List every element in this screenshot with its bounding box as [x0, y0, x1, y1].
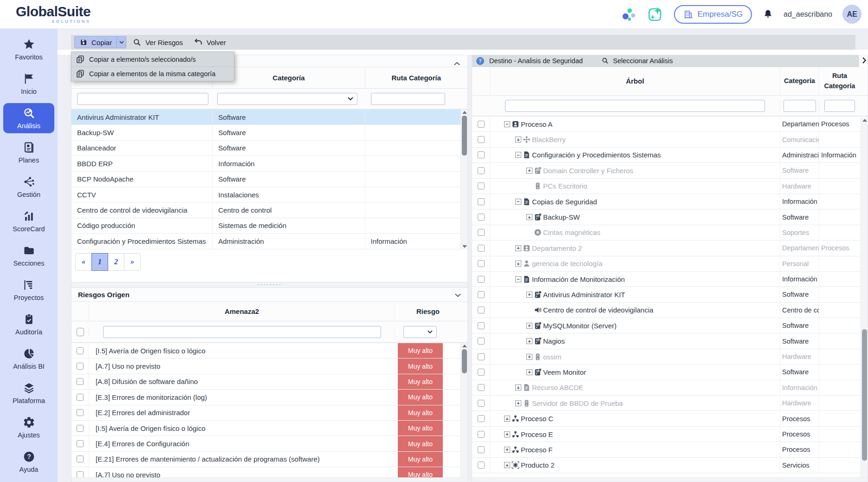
tree-row[interactable]: +Proceso FProcesos — [472, 442, 868, 457]
horizontal-scrollbar-track[interactable] — [71, 477, 467, 482]
tree-expander-plus-icon[interactable]: + — [515, 400, 521, 406]
tree-expander-minus-icon[interactable]: − — [515, 152, 521, 158]
row-checkbox[interactable] — [478, 182, 485, 189]
tree-expander-plus-icon[interactable]: + — [526, 338, 532, 344]
column-header-category-path[interactable]: Ruta Categoría — [365, 67, 467, 88]
apps-cluster-icon[interactable] — [620, 6, 637, 23]
riesgos-scrollbar[interactable] — [460, 343, 467, 482]
tree-expander-plus-icon[interactable]: + — [515, 245, 521, 251]
table-row[interactable]: BalanceadorSoftware — [71, 141, 467, 156]
tree-expander-plus-icon[interactable]: + — [526, 354, 532, 360]
row-checkbox[interactable] — [478, 260, 485, 267]
tree-row[interactable]: Cintas magnéticasSoportes — [472, 225, 868, 241]
column-header-category[interactable]: Categoría — [213, 67, 365, 88]
riesgo-filter-select[interactable] — [403, 326, 437, 338]
table-row[interactable]: Configuración y Procedimientos SistemasA… — [71, 234, 467, 249]
category-path-filter-input[interactable] — [371, 93, 445, 105]
pagination-next-button[interactable]: » — [124, 253, 141, 271]
table-row[interactable]: Código producciónSistemas de medición — [71, 218, 467, 234]
row-checkbox[interactable] — [478, 167, 485, 174]
column-header-riesgo[interactable]: Riesgo — [395, 302, 461, 321]
tree-row[interactable]: +Backup-SWSoftware — [472, 209, 868, 225]
riesgo-row[interactable]: [I.5] Avería de Origen físico o lógicoMu… — [71, 421, 467, 436]
username-label[interactable]: ad_aescribano — [784, 10, 832, 19]
table-row[interactable]: Centro de control de videovigilanciaCent… — [71, 202, 467, 218]
tree-row[interactable]: +MySQLMonitor (Server)Software — [472, 318, 868, 333]
sidebar-item-ayuda[interactable]: ?Ayuda — [3, 447, 54, 477]
row-checkbox[interactable] — [478, 276, 485, 283]
tree-row[interactable]: −Proceso ADepartamentoProcesos — [472, 117, 868, 132]
sidebar-item-gesti-n[interactable]: Gestión — [3, 172, 54, 202]
table-row[interactable]: CCTVInstalaciones — [71, 187, 467, 202]
row-checkbox[interactable] — [77, 378, 84, 385]
tree-expander-plus-icon[interactable]: + — [504, 431, 510, 437]
user-avatar[interactable]: AE — [842, 5, 862, 24]
tree-category-filter-input[interactable] — [784, 100, 816, 112]
sidebar-item-scorecard[interactable]: ScoreCard — [3, 206, 54, 236]
column-header-category[interactable]: Categoría — [780, 67, 819, 95]
tree-scrollbar[interactable] — [861, 117, 868, 482]
row-checkbox[interactable] — [478, 151, 485, 158]
sidebar-item-inicio[interactable]: Inicio — [3, 69, 54, 99]
row-checkbox[interactable] — [478, 136, 485, 143]
scrollbar-thumb[interactable] — [462, 116, 467, 156]
copy-button[interactable]: Copiar — [74, 36, 126, 48]
tree-expander-plus-icon[interactable]: + — [515, 384, 521, 391]
tree-row[interactable]: +Antivirus Administrator KITSoftware — [472, 287, 868, 302]
ai-sparkle-icon[interactable] — [647, 6, 664, 23]
category-filter-select[interactable] — [217, 93, 357, 105]
tree-expander-plus-icon[interactable]: + — [515, 137, 521, 143]
tree-row[interactable]: +gerencia de tecnologíaPersonal — [472, 256, 868, 272]
select-analysis-button[interactable]: Seleccionar Análisis — [602, 57, 673, 65]
amenaza-filter-input[interactable] — [103, 326, 381, 338]
row-checkbox[interactable] — [478, 229, 485, 236]
row-checkbox[interactable] — [478, 400, 485, 407]
pagination-page-button[interactable]: 2 — [108, 253, 124, 271]
sidebar-item-an-lisis-bi[interactable]: Análisis BI — [3, 344, 54, 374]
row-checkbox[interactable] — [478, 322, 485, 329]
riesgo-row[interactable]: [A.8] Difusión de software dañinoMuy alt… — [71, 374, 467, 390]
tree-path-filter-input[interactable] — [824, 100, 855, 112]
name-filter-input[interactable] — [77, 93, 208, 105]
back-button[interactable]: Volver — [189, 36, 231, 48]
select-all-checkbox[interactable] — [77, 328, 84, 336]
tree-expander-plus-icon[interactable]: + — [504, 416, 510, 422]
row-checkbox[interactable] — [77, 363, 84, 370]
riesgo-row[interactable]: [I.5] Avería de Origen físico o lógicoMu… — [71, 343, 467, 358]
sidebar-item-secciones[interactable]: Secciones — [3, 241, 54, 271]
riesgo-row[interactable]: [E.3] Errores de monitorización (log)Muy… — [71, 390, 467, 405]
horizontal-scrollbar-track[interactable] — [472, 477, 868, 482]
tree-expander-plus-icon[interactable]: + — [515, 261, 521, 267]
row-checkbox[interactable] — [478, 291, 485, 298]
tree-expander-plus-icon[interactable]: + — [526, 369, 532, 375]
tree-row[interactable]: Centro de control de videovigilanciaCent… — [472, 303, 868, 318]
column-header-tree[interactable]: Árbol — [490, 67, 780, 95]
riesgos-collapse-chevron-down-icon[interactable] — [455, 291, 461, 299]
column-header-category-path[interactable]: Ruta Categoría — [819, 67, 860, 95]
riesgo-row[interactable]: [A.7] Uso no previstoMuy alto — [71, 358, 467, 374]
copy-menu-item[interactable]: Copiar a elemento/s seleccionado/s — [71, 52, 234, 66]
row-checkbox[interactable] — [478, 121, 485, 128]
row-checkbox[interactable] — [478, 306, 485, 313]
column-header-amenaza[interactable]: Amenaza2 — [89, 302, 395, 321]
tree-expander-plus-icon[interactable]: + — [504, 462, 510, 468]
collapse-panel-chevron-up-icon[interactable] — [454, 59, 460, 67]
pagination-prev-button[interactable]: « — [75, 253, 92, 271]
tree-expander-plus-icon[interactable]: + — [526, 214, 532, 220]
tree-expander-minus-icon[interactable]: − — [515, 276, 521, 282]
tree-row[interactable]: −Configuración y Procedimientos Sistemas… — [472, 148, 868, 163]
tree-row[interactable]: +Recurso ABCDEInformación — [472, 380, 868, 396]
tree-row[interactable]: +Veem MonitorSoftware — [472, 365, 868, 380]
copy-menu-item[interactable]: Copiar a elementos de la misma categoría — [71, 66, 234, 81]
row-checkbox[interactable] — [478, 245, 485, 252]
copy-dropdown-caret[interactable] — [117, 37, 126, 48]
row-checkbox[interactable] — [478, 369, 485, 376]
tree-row[interactable]: +BlackBerryComunicaciones — [472, 132, 868, 147]
row-checkbox[interactable] — [77, 394, 84, 401]
row-checkbox[interactable] — [478, 384, 485, 391]
tree-row[interactable]: −Información de MonitorizaciónInformació… — [472, 272, 868, 287]
riesgo-row[interactable]: [E.2] Errores del administradorMuy alto — [71, 405, 467, 421]
panel-splitter-handle[interactable]: ········ — [71, 282, 467, 288]
pagination-page-button[interactable]: 1 — [91, 253, 108, 271]
table-row[interactable]: BCP NodoApacheSoftware — [71, 172, 467, 187]
